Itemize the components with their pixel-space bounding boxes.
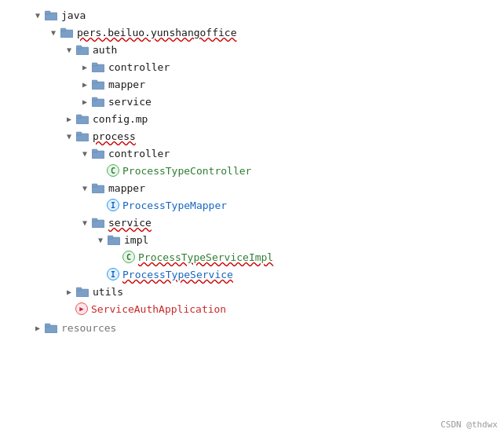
svg-rect-9 <box>92 80 97 83</box>
tree-row[interactable]: resources <box>16 319 504 336</box>
tree-row[interactable]: pers.beiluo.yunshangoffice <box>16 24 504 41</box>
folder-label: service <box>108 96 152 108</box>
tree-row[interactable]: config.mp <box>16 110 504 127</box>
svg-rect-13 <box>76 115 82 118</box>
svg-rect-7 <box>92 63 97 66</box>
arrow-icon <box>47 26 60 38</box>
svg-rect-23 <box>108 236 113 239</box>
folder-icon <box>91 95 105 108</box>
folder-icon <box>75 285 89 298</box>
tree-row[interactable]: controller <box>16 145 504 162</box>
folder-label: utils <box>93 286 123 298</box>
arrow-icon <box>63 112 75 125</box>
svg-rect-3 <box>60 28 66 31</box>
arrow-icon <box>79 181 91 194</box>
tree-row[interactable]: java <box>16 6 504 24</box>
tree-row[interactable]: mapper <box>16 75 504 93</box>
arrow-icon <box>63 285 75 298</box>
tree-row[interactable]: I ProcessTypeMapper <box>16 196 504 214</box>
folder-icon <box>91 216 105 229</box>
folder-icon <box>107 233 121 246</box>
tree-row[interactable]: I ProcessTypeService <box>16 266 504 283</box>
tree-row[interactable]: controller <box>16 58 504 75</box>
svg-rect-19 <box>92 184 97 187</box>
tree-row[interactable]: utils <box>16 283 504 300</box>
arrow-icon <box>31 9 44 21</box>
tree-row[interactable]: C ProcessTypeController <box>16 162 504 179</box>
tree-row[interactable]: impl <box>16 231 504 248</box>
arrow-placeholder <box>110 251 122 263</box>
folder-label: resources <box>61 322 116 334</box>
folder-icon <box>60 26 74 38</box>
folder-label: pers.beiluo.yunshangoffice <box>77 27 237 38</box>
svg-rect-21 <box>92 218 97 222</box>
tree-row[interactable]: ▶ ServiceAuthApplication <box>16 300 504 317</box>
tree-row[interactable]: C ProcessTypeServiceImpl <box>16 248 504 266</box>
tree-row[interactable]: service <box>16 214 504 231</box>
arrow-icon <box>63 43 75 56</box>
folder-icon <box>91 78 105 90</box>
class-app-icon: ▶ <box>75 302 88 315</box>
folder-icon <box>75 43 89 56</box>
arrow-icon <box>31 321 44 334</box>
folder-label: service <box>108 217 152 229</box>
folder-icon <box>44 321 58 334</box>
tree-row[interactable]: mapper <box>16 179 504 196</box>
svg-rect-17 <box>92 149 97 152</box>
folder-label: impl <box>124 234 148 246</box>
svg-rect-27 <box>45 324 50 327</box>
arrow-icon <box>94 233 107 246</box>
svg-rect-15 <box>76 132 82 135</box>
watermark: CSDN @thdwx <box>440 420 498 430</box>
folder-label: controller <box>108 61 170 73</box>
svg-rect-1 <box>45 11 50 14</box>
folder-icon <box>91 60 105 73</box>
arrow-icon <box>79 147 91 159</box>
class-c-icon: C <box>122 251 135 263</box>
tree-row[interactable]: auth <box>16 41 504 58</box>
folder-icon <box>91 147 105 159</box>
folder-label: process <box>93 130 136 142</box>
class-c-icon: C <box>107 164 119 177</box>
class-i-icon: I <box>107 199 119 211</box>
class-label: ServiceAuthApplication <box>91 303 226 315</box>
arrow-icon <box>79 60 91 73</box>
folder-icon <box>91 181 105 194</box>
arrow-icon <box>79 216 91 229</box>
arrow-icon <box>79 78 91 90</box>
folder-icon <box>44 9 58 21</box>
arrow-icon <box>63 130 75 142</box>
folder-label: controller <box>108 148 170 159</box>
folder-label: auth <box>93 44 117 56</box>
svg-rect-25 <box>76 288 82 291</box>
arrow-placeholder <box>63 302 75 315</box>
arrow-icon <box>79 95 91 108</box>
file-tree: java pers.beiluo.yunshangoffice <box>0 0 504 343</box>
tree-row[interactable]: service <box>16 93 504 110</box>
arrow-placeholder <box>94 164 107 177</box>
folder-label: java <box>61 9 86 21</box>
arrow-placeholder <box>94 199 107 211</box>
arrow-placeholder <box>94 268 107 280</box>
folder-label: mapper <box>108 182 145 194</box>
class-label: ProcessTypeService <box>122 269 233 280</box>
class-label: ProcessTypeServiceImpl <box>138 251 273 263</box>
folder-icon <box>75 112 89 125</box>
tree-row[interactable]: process <box>16 127 504 145</box>
class-label: ProcessTypeMapper <box>122 200 227 211</box>
svg-rect-11 <box>92 97 97 101</box>
folder-label: mapper <box>108 79 145 90</box>
class-i-icon: I <box>107 268 119 280</box>
svg-rect-5 <box>76 46 82 49</box>
class-label: ProcessTypeController <box>122 165 251 177</box>
folder-label: config.mp <box>93 113 148 125</box>
folder-icon <box>75 130 89 142</box>
